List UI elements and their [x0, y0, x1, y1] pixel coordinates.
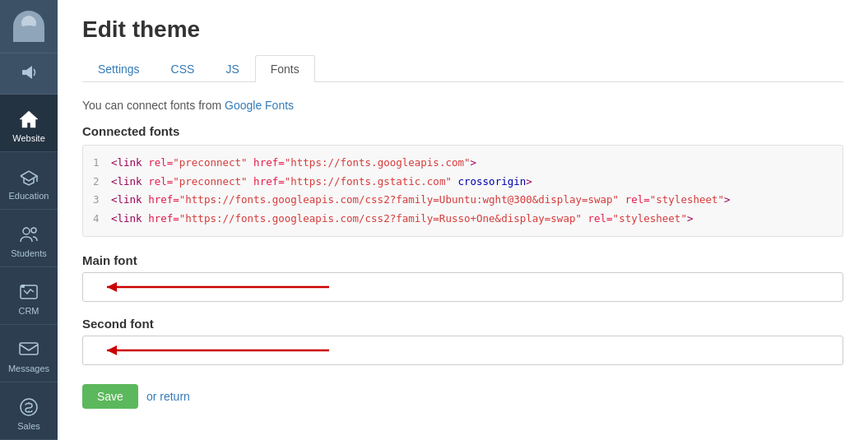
- tab-js[interactable]: JS: [210, 55, 254, 82]
- svg-rect-8: [20, 343, 38, 354]
- second-font-wrapper: [82, 336, 843, 365]
- second-font-label: Second font: [82, 317, 843, 331]
- fonts-info: You can connect fonts from Google Fonts: [82, 99, 843, 112]
- connected-fonts-title: Connected fonts: [82, 124, 843, 138]
- sidebar-item-crm[interactable]: CRM: [0, 267, 58, 325]
- svg-rect-0: [22, 70, 26, 75]
- sidebar-label-website: Website: [12, 133, 45, 143]
- return-link[interactable]: or return: [146, 390, 190, 403]
- code-line-4: 4 <link href="https://fonts.googleapis.c…: [93, 210, 833, 229]
- sidebar-label-sales: Sales: [17, 421, 40, 431]
- messages-icon: [17, 338, 40, 361]
- main-font-input[interactable]: [82, 272, 843, 302]
- main-font-wrapper: [82, 272, 843, 302]
- user-avatar[interactable]: [0, 0, 58, 53]
- code-line-1: 1 <link rel="preconnect" href="https://f…: [93, 154, 833, 173]
- speaker-item[interactable]: [0, 53, 58, 95]
- sidebar: Website Education Students: [0, 0, 58, 440]
- svg-rect-7: [21, 285, 25, 288]
- tab-settings[interactable]: Settings: [82, 55, 155, 82]
- sales-icon: [17, 396, 40, 419]
- page-title: Edit theme: [82, 16, 843, 43]
- connected-fonts-block: 1 <link rel="preconnect" href="https://f…: [82, 145, 843, 237]
- svg-point-9: [21, 399, 37, 415]
- sidebar-label-crm: CRM: [18, 306, 39, 316]
- svg-marker-2: [20, 111, 38, 127]
- students-icon: [17, 223, 40, 246]
- svg-point-4: [23, 228, 30, 234]
- svg-marker-1: [26, 66, 32, 79]
- home-icon: [17, 108, 40, 131]
- speaker-icon: [17, 61, 40, 84]
- svg-point-5: [31, 228, 36, 233]
- tab-fonts[interactable]: Fonts: [255, 55, 315, 82]
- avatar-icon: [13, 11, 44, 42]
- sidebar-label-messages: Messages: [8, 364, 49, 373]
- tab-css[interactable]: CSS: [155, 55, 211, 82]
- main-content: Edit theme Settings CSS JS Fonts You can…: [58, 0, 868, 440]
- save-button[interactable]: Save: [82, 384, 138, 409]
- info-text-prefix: You can connect fonts from: [82, 99, 225, 112]
- code-line-3: 3 <link href="https://fonts.googleapis.c…: [93, 191, 833, 210]
- tabs-bar: Settings CSS JS Fonts: [82, 55, 843, 82]
- education-icon: [17, 165, 40, 188]
- sidebar-item-sales[interactable]: Sales: [0, 382, 58, 440]
- main-font-label: Main font: [82, 253, 843, 267]
- save-row: Save or return: [82, 384, 843, 409]
- sidebar-item-education[interactable]: Education: [0, 152, 58, 210]
- sidebar-label-students: Students: [11, 248, 46, 258]
- second-font-input[interactable]: [82, 336, 843, 365]
- sidebar-item-students[interactable]: Students: [0, 210, 58, 267]
- crm-icon: [17, 280, 40, 303]
- google-fonts-link[interactable]: Google Fonts: [225, 99, 294, 112]
- sidebar-item-messages[interactable]: Messages: [0, 325, 58, 382]
- sidebar-item-website[interactable]: Website: [0, 95, 58, 152]
- sidebar-label-education: Education: [9, 191, 49, 201]
- code-line-2: 2 <link rel="preconnect" href="https://f…: [93, 173, 833, 192]
